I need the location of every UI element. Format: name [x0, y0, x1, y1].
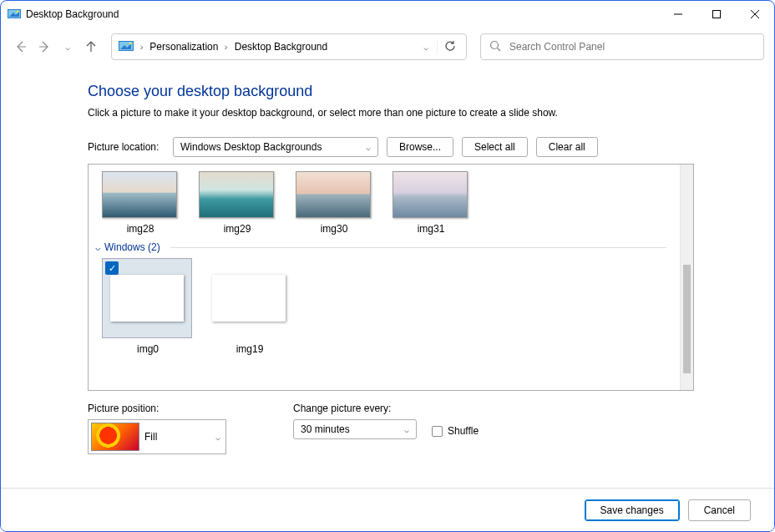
- wallpaper-thumb[interactable]: img31: [393, 171, 469, 235]
- app-icon: [8, 8, 21, 21]
- maximize-button[interactable]: [697, 1, 736, 28]
- wallpaper-thumb-selected[interactable]: ✓ img0: [102, 258, 194, 355]
- svg-point-14: [129, 43, 132, 45]
- refresh-button[interactable]: [437, 40, 463, 54]
- browse-button[interactable]: Browse...: [387, 137, 453, 157]
- shuffle-label: Shuffle: [448, 425, 479, 437]
- titlebar: Desktop Background: [1, 1, 774, 28]
- picture-location-row: Picture location: Windows Desktop Backgr…: [88, 137, 694, 157]
- thumbnail-image: [110, 275, 184, 322]
- position-preview-icon: [91, 423, 139, 451]
- thumbnail-image: [102, 171, 177, 218]
- window-title: Desktop Background: [26, 8, 659, 20]
- chevron-down-icon: ⌵: [95, 242, 101, 253]
- breadcrumb[interactable]: › Personalization › Desktop Background ⌵: [111, 33, 467, 60]
- shuffle-checkbox[interactable]: [432, 426, 443, 437]
- page-subtitle: Click a picture to make it your desktop …: [88, 107, 694, 119]
- picture-position-label: Picture position:: [88, 403, 226, 414]
- forward-button[interactable]: [34, 37, 54, 57]
- svg-line-16: [498, 48, 501, 51]
- thumbnail-image: [296, 171, 371, 218]
- picture-location-value: Windows Desktop Backgrounds: [180, 141, 322, 153]
- group-header-windows[interactable]: ⌵ Windows (2): [95, 241, 676, 253]
- wallpaper-thumb[interactable]: img19: [204, 258, 296, 355]
- svg-point-15: [491, 41, 499, 48]
- thumbnail-label: img0: [102, 343, 194, 355]
- recent-dropdown[interactable]: ⌵: [58, 37, 78, 57]
- scrollbar-thumb[interactable]: [683, 265, 691, 373]
- wallpaper-thumb[interactable]: img29: [199, 171, 276, 235]
- window-controls: [659, 1, 774, 28]
- scrollbar[interactable]: [680, 165, 693, 390]
- picture-location-select[interactable]: Windows Desktop Backgrounds ⌵: [173, 137, 378, 157]
- thumbnail-label: img31: [393, 223, 469, 235]
- svg-rect-5: [713, 11, 721, 18]
- thumbnail-image: [199, 171, 274, 218]
- divider: [170, 247, 666, 248]
- picture-grid: img28 img29 img30 img31 ⌵ Windows (2): [88, 164, 694, 391]
- breadcrumb-icon: [119, 40, 134, 53]
- chevron-down-icon: ⌵: [404, 425, 409, 434]
- content: Choose your desktop background Click a p…: [1, 66, 774, 463]
- breadcrumb-personalization[interactable]: Personalization: [146, 39, 221, 54]
- chevron-right-icon: ›: [139, 43, 144, 52]
- search-input[interactable]: [509, 41, 755, 53]
- thumbnail-label: img30: [296, 223, 372, 235]
- wallpaper-thumb[interactable]: img28: [102, 171, 179, 235]
- search-icon: [489, 40, 501, 54]
- chevron-right-icon: ›: [225, 43, 229, 52]
- picture-location-label: Picture location:: [88, 141, 165, 153]
- checkmark-icon: ✓: [105, 261, 119, 275]
- page-title: Choose your desktop background: [88, 83, 694, 100]
- breadcrumb-desktop-background[interactable]: Desktop Background: [231, 39, 331, 54]
- thumbnail-label: img29: [199, 223, 276, 235]
- bottom-controls: Picture position: Fill ⌵ Change picture …: [88, 403, 694, 454]
- search-box[interactable]: [480, 33, 764, 60]
- thumbnail-label: img19: [204, 343, 296, 355]
- breadcrumb-dropdown[interactable]: ⌵: [418, 41, 433, 53]
- chevron-down-icon: ⌵: [366, 143, 371, 152]
- select-all-button[interactable]: Select all: [462, 137, 528, 157]
- wallpaper-thumb[interactable]: img30: [296, 171, 372, 235]
- minimize-button[interactable]: [659, 1, 697, 28]
- picture-position-value: Fill: [144, 431, 157, 443]
- save-button[interactable]: Save changes: [585, 499, 680, 521]
- thumbnail-image: [212, 275, 286, 322]
- back-button[interactable]: [11, 37, 31, 57]
- footer: Save changes Cancel: [1, 488, 774, 531]
- close-button[interactable]: [736, 1, 774, 28]
- navbar: ⌵ › Personalization › Desktop Background…: [1, 28, 774, 66]
- change-interval-value: 30 minutes: [301, 423, 350, 435]
- thumbnail-image: [393, 171, 468, 218]
- chevron-down-icon: ⌵: [215, 433, 220, 442]
- change-interval-select[interactable]: 30 minutes ⌵: [293, 419, 417, 439]
- change-interval-label: Change picture every:: [293, 403, 479, 414]
- cancel-button[interactable]: Cancel: [688, 499, 751, 521]
- picture-position-select[interactable]: Fill ⌵: [88, 419, 226, 454]
- group-label: Windows (2): [104, 241, 160, 253]
- clear-all-button[interactable]: Clear all: [536, 137, 598, 157]
- up-button[interactable]: [81, 37, 101, 57]
- thumbnail-label: img28: [102, 223, 179, 235]
- svg-point-3: [17, 11, 18, 13]
